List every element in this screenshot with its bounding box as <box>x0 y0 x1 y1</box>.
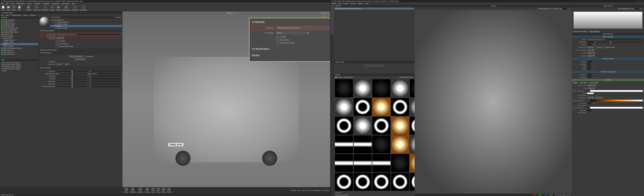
presets-lights-label[interactable]: Lights <box>338 76 342 78</box>
bottom-materials[interactable]: Materials <box>137 188 144 193</box>
hdr-menu-project[interactable]: Project <box>332 3 336 4</box>
blend-channel-select[interactable]: Color <box>587 49 594 51</box>
lc-5[interactable] <box>378 64 381 67</box>
tool-import[interactable]: ⬇Import <box>12 5 16 11</box>
menu-edit[interactable]: Edit <box>6 3 8 4</box>
bottom-curves[interactable]: Curves <box>156 188 161 193</box>
preserve-alpha-check[interactable] <box>602 46 604 48</box>
env-item-orange[interactable]: 1☐Orange_Seaview <box>50 21 122 23</box>
menu-webshops[interactable]: Web Shops <box>62 3 69 4</box>
callout-geom-select[interactable]: Sphere <box>276 32 309 34</box>
wb-value[interactable] <box>92 73 121 75</box>
tool-new[interactable]: 📄New <box>1 5 5 11</box>
lp-exposure[interactable] <box>634 8 643 10</box>
mat-empty-garage[interactable]: Empty_Garage <box>0 35 38 37</box>
preset-item[interactable] <box>410 79 414 98</box>
preset-item[interactable] <box>372 79 390 98</box>
preset-item[interactable] <box>335 116 353 135</box>
tool-sceneplates[interactable]: ▤Sceneplates <box>62 5 70 11</box>
preset-item[interactable] <box>391 135 410 154</box>
preset-item[interactable] <box>354 154 372 172</box>
env-item-outdoor[interactable]: 1☐Outdoor_Stage <box>50 23 122 25</box>
canvas-rgba[interactable]: RGB(A) <box>553 8 558 10</box>
tool-downscale[interactable]: ▫Downscale <box>42 5 49 11</box>
mat-glass-red[interactable]: Glass red 3mm <box>0 49 38 51</box>
value-ramp-bar[interactable] <box>590 100 643 102</box>
wb-slider[interactable] <box>60 74 87 74</box>
preset-item[interactable] <box>335 79 353 98</box>
preset-item[interactable] <box>372 173 390 191</box>
geom-select[interactable]: Sphere <box>56 37 64 39</box>
hdr-menu-help[interactable]: Help <box>366 3 368 4</box>
mat-environments[interactable]: ▸Environments <box>0 37 38 39</box>
alpha-multiply-tab[interactable]: Alpha Multiply <box>589 82 598 84</box>
preset-item[interactable] <box>372 135 390 154</box>
show-button[interactable]: Show <box>56 63 63 66</box>
tool-8[interactable] <box>331 28 334 32</box>
mat-emissive-switch[interactable]: Emissive White Switch <box>0 31 38 33</box>
preset-item[interactable] <box>335 98 353 116</box>
lc-4[interactable] <box>374 64 378 67</box>
exposure-value[interactable] <box>88 70 121 72</box>
canvas-exposure[interactable] <box>562 8 571 10</box>
tag-scene[interactable]: ▪Scene <box>0 70 38 72</box>
viewport[interactable]: ▸ Sign In ▾ Simple UI VRED 2018 HOME Fro… <box>122 12 330 187</box>
presets-grid[interactable] <box>334 78 414 192</box>
callout-visible-check[interactable] <box>276 36 278 38</box>
mat-glass-w5[interactable]: Glass white 5mm <box>0 53 38 55</box>
preset-item[interactable] <box>335 154 353 172</box>
canvas-view[interactable] <box>414 10 572 194</box>
lc-1[interactable] <box>364 64 368 67</box>
menu-rendering[interactable]: Rendering <box>52 3 59 4</box>
peg-value-input2[interactable] <box>587 109 595 112</box>
callout-flip-check[interactable] <box>276 39 278 41</box>
opacity-input[interactable] <box>587 44 595 46</box>
tags-label[interactable]: Tags <box>1 59 4 61</box>
menu-animation[interactable]: Animation <box>34 3 40 4</box>
preset-item[interactable] <box>372 154 390 172</box>
bottom-cameras[interactable]: Cameras <box>144 188 150 193</box>
mat-dashboard-black[interactable]: Dashboard black <box>0 19 38 21</box>
tag-outdoor[interactable]: ▪Environment Asset: Outdoo... <box>0 66 38 68</box>
preset-item[interactable] <box>410 173 414 191</box>
hdr-menu-create[interactable]: Create <box>344 3 348 4</box>
saturation-slider[interactable] <box>56 84 88 84</box>
tool-isolate[interactable]: ◉Isolate <box>56 5 61 11</box>
me-menu-edit[interactable]: Edit <box>6 14 9 16</box>
env-item-studio[interactable]: 2☑Studio <box>50 25 122 27</box>
tool-boundings[interactable]: ▢Boundings <box>80 5 87 11</box>
menu-view[interactable]: View <box>11 3 14 4</box>
edit-load-button[interactable]: Edit & Load Settings <box>68 55 84 58</box>
mat-studio[interactable]: Studio <box>0 43 38 45</box>
shadow-plane-check[interactable] <box>56 45 58 48</box>
env-tab[interactable]: Environments <box>51 16 60 18</box>
menu-visualization[interactable]: Visualization <box>16 3 25 4</box>
render-view-tab[interactable]: Render View Settings <box>573 31 587 32</box>
color-ramp-check[interactable] <box>573 90 575 92</box>
preset-item[interactable] <box>354 98 372 116</box>
mat-emissive-off[interactable]: Emissive_OFF <box>0 33 38 35</box>
brightness-slider[interactable] <box>56 81 88 82</box>
callout-env-input[interactable] <box>276 26 330 30</box>
hdr-menu-window[interactable]: Window <box>358 3 363 4</box>
scene-tab-check[interactable]: ☑ Scene <box>115 16 121 18</box>
mat-emissive-on[interactable]: Emissive White ON <box>0 29 38 31</box>
mat-dashboard-switch[interactable]: Dashboard Switch <box>0 23 38 25</box>
bottom-graph[interactable]: Graph <box>124 188 128 193</box>
me-menu-create[interactable]: Create/Convert <box>11 14 21 16</box>
tool-1[interactable] <box>331 5 334 8</box>
light-props-tab[interactable]: Light Properties <box>589 30 600 32</box>
env-item-empty[interactable]: 6Empty_Garage <box>50 27 122 29</box>
tool-antialias[interactable]: ◧Antialias <box>26 5 32 11</box>
contrast-value[interactable] <box>88 78 121 80</box>
materials-tab[interactable]: Materials <box>1 16 8 18</box>
lc-6[interactable] <box>381 64 384 67</box>
preset-item[interactable] <box>354 173 372 191</box>
signin-link[interactable]: ▸ Sign In ▾ <box>321 12 328 14</box>
close-icon[interactable]: ✕ <box>642 0 643 2</box>
tool-region[interactable]: ▭Region <box>50 5 55 11</box>
handle-u-input[interactable] <box>587 74 595 76</box>
transform-ext-header[interactable]: Transform (Extended) <box>572 71 644 73</box>
presets-studio-label[interactable]: StudioLights <box>344 76 352 78</box>
bottom-transform[interactable]: Transform <box>129 188 136 193</box>
